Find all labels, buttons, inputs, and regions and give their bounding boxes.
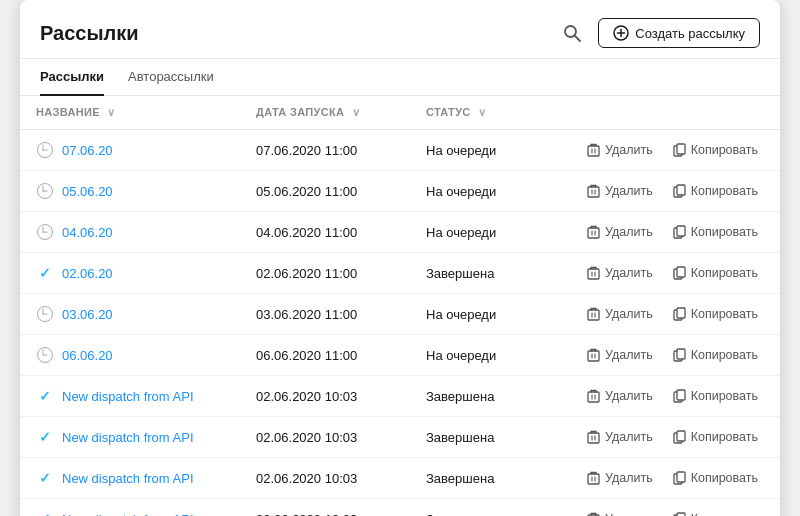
mailing-name-link[interactable]: New dispatch from API <box>62 389 194 404</box>
copy-button[interactable]: Копировать <box>667 222 764 242</box>
col-header-date[interactable]: ДАТА ЗАПУСКА ∨ <box>240 96 410 130</box>
svg-rect-68 <box>677 431 685 441</box>
delete-button[interactable]: Удалить <box>581 140 659 160</box>
sort-arrow-status: ∨ <box>478 106 486 118</box>
delete-button[interactable]: Удалить <box>581 222 659 242</box>
cell-date: 03.06.2020 11:00 <box>240 294 410 335</box>
table-row: ✓ New dispatch from API 02.06.2020 10:03… <box>20 499 780 517</box>
cell-name: 03.06.20 <box>20 294 240 335</box>
cell-status: На очереди <box>410 294 550 335</box>
copy-icon <box>673 184 686 198</box>
check-icon: ✓ <box>39 388 51 404</box>
cell-date: 02.06.2020 10:03 <box>240 417 410 458</box>
delete-button[interactable]: Удалить <box>581 427 659 447</box>
delete-button[interactable]: Удалить <box>581 509 659 516</box>
status-badge: На очереди <box>426 225 496 240</box>
svg-line-1 <box>575 36 580 41</box>
cell-name: 06.06.20 <box>20 335 240 376</box>
check-icon: ✓ <box>39 470 51 486</box>
mailing-name-link[interactable]: 03.06.20 <box>62 307 113 322</box>
mailing-name-link[interactable]: 04.06.20 <box>62 225 113 240</box>
table-row: 04.06.20 04.06.2020 11:00 На очереди <box>20 212 780 253</box>
cell-status: Завершена <box>410 253 550 294</box>
create-mailing-button[interactable]: Создать рассылку <box>598 18 760 48</box>
page-title: Рассылки <box>40 22 139 45</box>
table-header-row: НАЗВАНИЕ ∨ ДАТА ЗАПУСКА ∨ СТАТУС ∨ <box>20 96 780 130</box>
sort-arrow-date: ∨ <box>352 106 360 118</box>
mailings-table: НАЗВАНИЕ ∨ ДАТА ЗАПУСКА ∨ СТАТУС ∨ <box>20 96 780 516</box>
trash-icon <box>587 143 600 157</box>
mailing-name-link[interactable]: New dispatch from API <box>62 430 194 445</box>
cell-date: 07.06.2020 11:00 <box>240 130 410 171</box>
cell-status: Завершена <box>410 376 550 417</box>
cell-actions: Удалить Копировать <box>550 499 780 517</box>
cell-name: ✓ New dispatch from API <box>20 376 240 417</box>
delete-button[interactable]: Удалить <box>581 386 659 406</box>
check-icon: ✓ <box>39 511 51 516</box>
cell-status: На очереди <box>410 212 550 253</box>
search-button[interactable] <box>558 19 586 47</box>
tab-mailings[interactable]: Рассылки <box>40 59 104 96</box>
svg-rect-36 <box>677 267 685 277</box>
cell-name: 05.06.20 <box>20 171 240 212</box>
table-row: 03.06.20 03.06.2020 11:00 На очереди <box>20 294 780 335</box>
cell-actions: Удалить Копировать <box>550 212 780 253</box>
tab-auto-mailings[interactable]: Авторассылки <box>128 59 214 96</box>
svg-rect-13 <box>588 187 599 197</box>
mailing-name-link[interactable]: 07.06.20 <box>62 143 113 158</box>
cell-name: 04.06.20 <box>20 212 240 253</box>
table-row: 05.06.20 05.06.2020 11:00 На очереди <box>20 171 780 212</box>
delete-button[interactable]: Удалить <box>581 263 659 283</box>
table-body: 07.06.20 07.06.2020 11:00 На очереди <box>20 130 780 517</box>
svg-rect-28 <box>677 226 685 236</box>
trash-icon <box>587 266 600 280</box>
col-header-name[interactable]: НАЗВАНИЕ ∨ <box>20 96 240 130</box>
clock-icon <box>37 142 53 158</box>
cell-actions: Удалить Копировать <box>550 294 780 335</box>
copy-button[interactable]: Копировать <box>667 386 764 406</box>
delete-button[interactable]: Удалить <box>581 468 659 488</box>
svg-rect-44 <box>677 308 685 318</box>
copy-icon <box>673 266 686 280</box>
mailing-name-link[interactable]: 06.06.20 <box>62 348 113 363</box>
mailing-name-link[interactable]: 05.06.20 <box>62 184 113 199</box>
header-actions: Создать рассылку <box>558 18 760 48</box>
status-badge: Завершена <box>426 430 494 445</box>
cell-actions: Удалить Копировать <box>550 458 780 499</box>
copy-button[interactable]: Копировать <box>667 263 764 283</box>
delete-button[interactable]: Удалить <box>581 304 659 324</box>
svg-rect-21 <box>588 228 599 238</box>
sort-arrow-name: ∨ <box>107 106 115 118</box>
cell-status: На очереди <box>410 171 550 212</box>
mailing-name-link[interactable]: 02.06.20 <box>62 266 113 281</box>
svg-rect-45 <box>588 351 599 361</box>
copy-button[interactable]: Копировать <box>667 345 764 365</box>
cell-name: ✓ New dispatch from API <box>20 417 240 458</box>
mailing-name-link[interactable]: New dispatch from API <box>62 471 194 486</box>
copy-button[interactable]: Копировать <box>667 427 764 447</box>
svg-point-0 <box>565 26 576 37</box>
main-window: Рассылки Создать рассылку Рассылки <box>20 0 780 516</box>
col-header-status[interactable]: СТАТУС ∨ <box>410 96 550 130</box>
svg-rect-5 <box>588 146 599 156</box>
copy-button[interactable]: Копировать <box>667 181 764 201</box>
copy-button[interactable]: Копировать <box>667 509 764 516</box>
table-row: ✓ 02.06.20 02.06.2020 11:00 Завершена <box>20 253 780 294</box>
status-badge: Завершена <box>426 471 494 486</box>
cell-status: На очереди <box>410 130 550 171</box>
copy-button[interactable]: Копировать <box>667 140 764 160</box>
delete-button[interactable]: Удалить <box>581 181 659 201</box>
delete-button[interactable]: Удалить <box>581 345 659 365</box>
copy-icon <box>673 389 686 403</box>
trash-icon <box>587 184 600 198</box>
trash-icon <box>587 430 600 444</box>
mailing-name-link[interactable]: New dispatch from API <box>62 512 194 517</box>
copy-button[interactable]: Копировать <box>667 304 764 324</box>
status-badge: На очереди <box>426 348 496 363</box>
mailings-table-wrap: НАЗВАНИЕ ∨ ДАТА ЗАПУСКА ∨ СТАТУС ∨ <box>20 96 780 516</box>
copy-button[interactable]: Копировать <box>667 468 764 488</box>
svg-rect-69 <box>588 474 599 484</box>
cell-name: ✓ New dispatch from API <box>20 499 240 517</box>
cell-status: Завершена <box>410 417 550 458</box>
check-icon: ✓ <box>39 265 51 281</box>
